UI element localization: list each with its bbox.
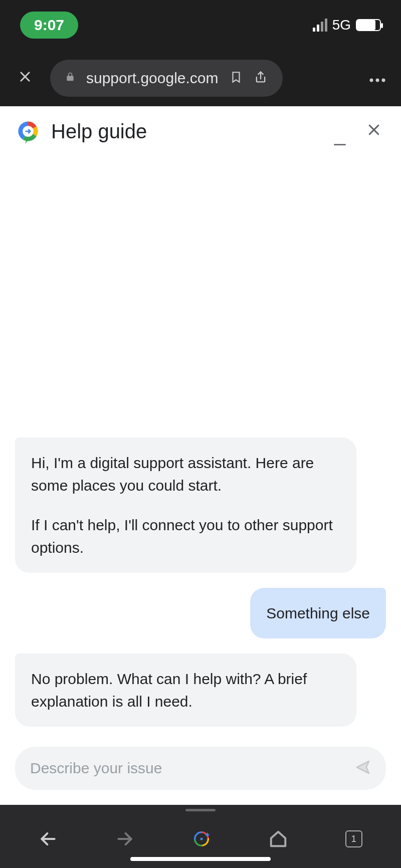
user-message-text: Something else [266,605,370,621]
svg-point-3 [376,79,379,82]
close-page-button[interactable] [15,70,35,87]
svg-point-4 [382,79,385,82]
svg-point-2 [370,79,373,82]
bookmark-icon[interactable] [230,70,243,87]
send-icon[interactable] [355,759,371,777]
status-right: 5G [313,17,381,33]
help-header: Help guide _ [0,106,401,156]
bot-message: Hi, I'm a digital support assistant. Her… [15,438,356,573]
ai-search-button[interactable] [191,829,212,849]
bot-message-text: Hi, I'm a digital support assistant. Her… [31,452,340,497]
signal-icon [313,19,327,32]
bot-message: No problem. What can I help with? A brie… [15,654,356,727]
bot-message-text: No problem. What can I help with? A brie… [31,671,307,710]
minimize-button[interactable]: _ [328,123,352,146]
chat-area: Hi, I'm a digital support assistant. Her… [0,156,401,805]
help-title: Help guide [51,120,318,143]
share-icon[interactable] [254,70,268,87]
tab-count: 1 [345,830,362,847]
user-message: Something else [250,588,386,638]
more-menu-button[interactable] [369,70,386,86]
address-bar[interactable]: support.google.com [50,60,283,97]
status-bar: 9:07 5G [0,0,401,50]
chat-input-row [15,747,386,790]
battery-icon [356,19,381,31]
home-indicator[interactable] [130,857,271,861]
bot-message-text: If I can't help, I'll connect you to oth… [31,514,340,559]
status-time[interactable]: 9:07 [20,12,78,39]
google-chat-icon [15,118,41,144]
close-help-button[interactable] [362,121,386,142]
help-guide-panel: Help guide _ Hi, I'm a digital support a… [0,106,401,805]
lock-icon [65,71,75,85]
forward-button[interactable] [115,829,134,848]
tabs-button[interactable]: 1 [345,830,362,847]
browser-bar: support.google.com [0,50,401,106]
chat-input[interactable] [30,760,355,777]
back-button[interactable] [39,829,58,848]
drag-handle[interactable] [0,805,401,815]
network-type: 5G [332,17,351,33]
url-text: support.google.com [86,70,219,87]
svg-point-10 [200,838,203,840]
home-button[interactable] [269,829,288,848]
